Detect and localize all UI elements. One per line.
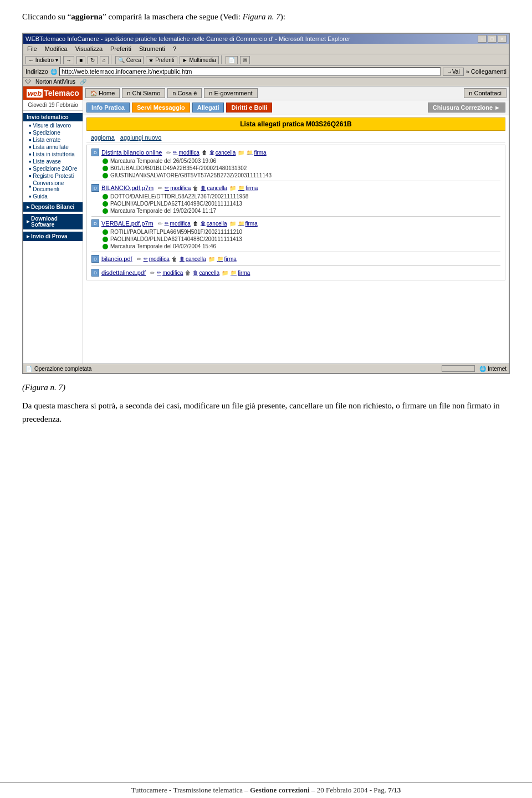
main-content-area: Home n Chi Siamo n Cosa è n E-government…: [83, 86, 509, 364]
sidebar-section-invio[interactable]: Invio telematico: [23, 113, 83, 121]
sidebar-item-conversione[interactable]: Conversione Documenti: [23, 180, 83, 193]
modifica-disdettalinea-button[interactable]: modifica: [157, 270, 183, 276]
aggiungi-nuovo-link[interactable]: aggiungi nuovo: [120, 134, 162, 141]
nav-contattaci[interactable]: n Contattaci: [464, 88, 507, 98]
modifica-verbale-button[interactable]: modifica: [165, 221, 191, 227]
menu-strumenti[interactable]: Strumenti: [137, 45, 167, 53]
modifica-bilancio2-button[interactable]: modifica: [144, 256, 170, 262]
file-row-bilancio: D BILANCIO.pdf.p7m ✏ modifica 🗑 cancella…: [91, 183, 500, 193]
search-button[interactable]: 🔍 Cerca: [115, 56, 144, 64]
bullet-green: [103, 173, 108, 178]
nav-cosa-e[interactable]: n Cosa è: [167, 88, 202, 98]
sub-item: GIUSTINJANI/SALVATORE/G8T5VT57A25B273Z/2…: [103, 172, 500, 179]
maximize-button[interactable]: □: [488, 35, 497, 43]
stop-button[interactable]: ■: [76, 56, 85, 64]
sub-item: DOTTO/DANIELE/DTTDRL58A22L736T/200211111…: [103, 193, 500, 200]
sidebar-item-spedizione-24ore[interactable]: Spedizione 24Ore: [23, 165, 83, 172]
antivirus-icon: 🛡: [25, 79, 31, 85]
nav-home-button[interactable]: Home: [85, 88, 120, 98]
top-nav-bar: Home n Chi Siamo n Cosa è n E-government…: [83, 86, 509, 100]
file-row-disdettalinea: D disdettalinea.pdf ✏ modifica 🗑 cancell…: [91, 268, 500, 278]
intro-bold-word: aggiorna: [71, 12, 103, 21]
sidebar-item-spedizione[interactable]: Spedizione: [23, 129, 83, 136]
sidebar-section-invio-prova[interactable]: Invio di Prova: [23, 232, 83, 241]
home-button[interactable]: ⌂: [100, 56, 109, 64]
cancella-disdettalinea-button[interactable]: cancella: [193, 270, 219, 276]
browser-menubar: File Modifica Visualizza Preferiti Strum…: [23, 44, 509, 54]
chiusura-correzione-button[interactable]: Chiusura Correzione ►: [428, 103, 505, 112]
sidebar-item-visure[interactable]: Visure di lavoro: [23, 122, 83, 129]
modifica-bilancio-button[interactable]: modifica: [165, 185, 191, 191]
file-link-verbale[interactable]: VERBALE.pdf.p7m: [101, 220, 154, 227]
figure-reference: Figura n. 7: [243, 12, 280, 21]
sidebar-item-guida[interactable]: Guida: [23, 193, 83, 200]
sidebar-item-lista-annullate[interactable]: Lista annullate: [23, 144, 83, 151]
browser-statusbar: 📄 Operazione completata 🌐 Internet: [23, 364, 509, 373]
menu-modifica[interactable]: Modifica: [43, 45, 69, 53]
address-label: Indirizzo: [25, 68, 48, 75]
file-row-bilancio2: D bilancio.pdf ✏ modifica 🗑 cancella 📁 f…: [91, 254, 500, 264]
firma-bilancio2-button[interactable]: firma: [217, 256, 237, 262]
go-button[interactable]: →Vai: [443, 68, 464, 76]
browser-title: WEBTelemaco InfoCamere - spedizione prat…: [25, 35, 350, 42]
file-icon-disdettalinea: D: [91, 269, 99, 277]
minimize-button[interactable]: −: [478, 35, 487, 43]
cancella-bilancio2-button[interactable]: cancella: [180, 256, 206, 262]
menu-preferiti[interactable]: Preferiti: [109, 45, 133, 53]
address-bar: Indirizzo 🌐 →Vai » Collegamenti: [23, 66, 509, 78]
sidebar-item-lista-errate[interactable]: Lista errate: [23, 136, 83, 144]
firma-disdettalinea-button[interactable]: firma: [231, 270, 250, 276]
favorites-button[interactable]: ★ Preferiti: [146, 56, 177, 64]
home-icon: [90, 90, 97, 96]
file-row-verbale: D VERBALE.pdf.p7m ✏ modifica 🗑 cancella …: [91, 218, 500, 228]
cancella-verbale-button[interactable]: cancella: [201, 221, 227, 227]
collegamenti-label: » Collegamenti: [466, 68, 507, 75]
cancella-bilancio-button[interactable]: cancella: [201, 185, 227, 191]
menu-visualizza[interactable]: Visualizza: [74, 45, 104, 53]
nav-chi-siamo[interactable]: n Chi Siamo: [122, 88, 165, 98]
address-input[interactable]: [59, 67, 441, 76]
lista-header: Lista allegati pratica M03S26Q261B: [86, 117, 505, 131]
bullet-green: [103, 166, 108, 171]
files-section: D Distinta bilancio online ✏ modifica 🗑 …: [86, 145, 505, 280]
intro-paragraph: Cliccando su “aggiorna” comparirà la mas…: [22, 11, 510, 23]
menu-help[interactable]: ?: [171, 45, 178, 53]
info-pratica-button[interactable]: Info Pratica: [86, 103, 130, 112]
back-button[interactable]: ← Indietro ▾: [25, 56, 61, 64]
close-button[interactable]: ×: [498, 35, 507, 43]
sidebar-section-download[interactable]: Download Software: [23, 214, 83, 229]
cancella-distinta-button[interactable]: cancella: [209, 150, 236, 156]
statusbar-left: 📄 Operazione completata: [25, 366, 91, 372]
print-button[interactable]: 📄: [226, 56, 238, 64]
sidebar-date: Giovedì 19 Febbraio: [23, 100, 83, 111]
firma-distinta-button[interactable]: firma: [247, 150, 266, 156]
bullet-green: [103, 237, 108, 242]
file-icon-distinta: D: [91, 149, 99, 156]
address-icon: 🌐: [50, 69, 57, 75]
mail-button[interactable]: ✉: [240, 56, 250, 64]
refresh-button[interactable]: ↻: [88, 56, 98, 64]
multimedia-button[interactable]: ► Multimedia: [180, 56, 219, 64]
sidebar-item-registro[interactable]: Registro Protesti: [23, 172, 83, 180]
forward-button[interactable]: →: [63, 56, 74, 64]
servi-messaggio-button[interactable]: Servi Messaggio: [132, 103, 190, 112]
firma-verbale-button[interactable]: firma: [238, 221, 258, 227]
file-link-bilancio2[interactable]: bilancio.pdf: [101, 255, 132, 262]
diritti-bolli-button[interactable]: Diritti e Bolli: [226, 103, 272, 112]
figure-caption: (Figura n. 7): [22, 381, 510, 399]
sidebar-section-deposito[interactable]: Deposito Bilanci: [23, 202, 83, 212]
modifica-distinta-button[interactable]: modifica: [173, 150, 199, 156]
allegati-button[interactable]: Allegati: [192, 103, 224, 112]
file-link-disdettalinea[interactable]: disdettalinea.pdf: [101, 269, 146, 276]
file-row-distinta: D Distinta bilancio online ✏ modifica 🗑 …: [91, 147, 500, 157]
sidebar-item-liste-avase[interactable]: Liste avase: [23, 158, 83, 165]
aggiorna-link[interactable]: aggiorna: [91, 134, 115, 141]
file-link-bilancio[interactable]: BILANCIO.pdf.p7m: [101, 185, 154, 191]
links-icon: 🔗: [80, 79, 86, 85]
sidebar-item-lista-istruttoria[interactable]: Lista in istruttoria: [23, 151, 83, 158]
firma-bilancio-button[interactable]: firma: [238, 185, 258, 191]
file-link-distinta[interactable]: Distinta bilancio online: [101, 149, 162, 156]
bullet-green: [103, 244, 108, 249]
menu-file[interactable]: File: [25, 45, 39, 53]
nav-egovernment[interactable]: n E-government: [204, 88, 257, 98]
